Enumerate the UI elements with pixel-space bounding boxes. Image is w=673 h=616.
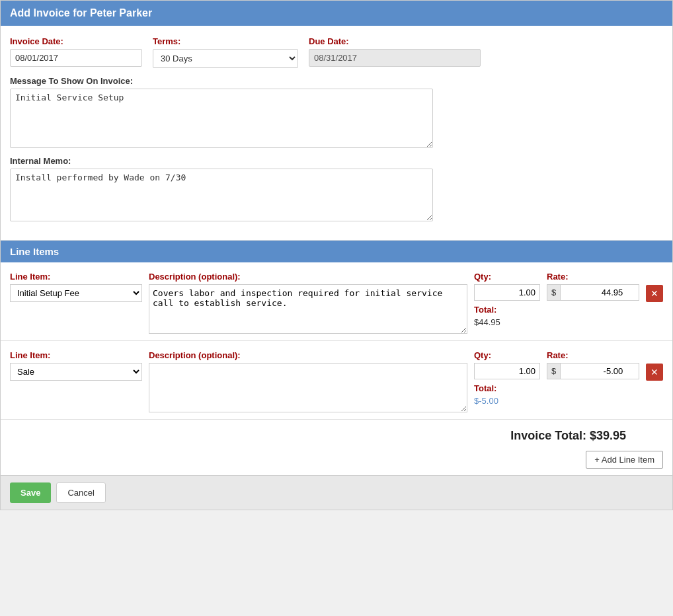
due-date-label: Due Date: — [309, 36, 481, 46]
message-textarea[interactable]: Initial Service Setup — [10, 89, 433, 148]
line-item-2-rate-label: Rate: — [547, 350, 639, 360]
date-terms-row: Invoice Date: Terms: 30 Days 15 Days Net… — [10, 36, 663, 68]
due-date-input — [309, 49, 481, 67]
line-items-header: Line Items — [1, 241, 672, 262]
line-item-2-rate-col: Rate: $ — [547, 350, 639, 379]
line-item-2-qty-label: Qty: — [474, 350, 540, 360]
line-item-1-delete-col: ✕ — [646, 272, 663, 302]
line-items-container: Line Item: Initial Setup Fee Sale Descri… — [1, 262, 672, 475]
line-item-2-rate-input-wrap: $ — [547, 363, 639, 379]
line-item-2-desc-textarea[interactable] — [149, 363, 467, 412]
line-item-1-item-col: Line Item: Initial Setup Fee Sale — [10, 272, 142, 302]
invoice-date-label: Invoice Date: — [10, 36, 142, 46]
line-item-2-total-wrap: Total: $-5.00 — [474, 383, 540, 406]
memo-group: Internal Memo: Install performed by Wade… — [10, 156, 433, 221]
line-item-row: Line Item: Sale Initial Setup Fee Descri… — [1, 341, 672, 420]
line-item-1-total-label: Total: — [474, 305, 540, 315]
line-item-2-desc-col: Description (optional): — [149, 350, 467, 412]
line-item-2-delete-col: ✕ — [646, 350, 663, 381]
memo-textarea[interactable]: Install performed by Wade on 7/30 — [10, 169, 433, 221]
line-item-1-desc-label: Description (optional): — [149, 272, 467, 282]
line-item-1-rate-input[interactable] — [561, 285, 627, 300]
line-item-1-total-value: $44.95 — [474, 317, 540, 327]
line-item-2-total-value: $-5.00 — [474, 396, 540, 406]
line-item-2-rate-input[interactable] — [561, 364, 627, 379]
line-items-title: Line Items — [10, 246, 59, 257]
line-item-2-desc-label: Description (optional): — [149, 350, 467, 360]
line-item-1-desc-col: Description (optional): Covers labor and… — [149, 272, 467, 334]
add-line-item-row: + Add Line Item — [1, 448, 672, 475]
line-item-1-qty-label: Qty: — [474, 272, 540, 282]
line-item-1-select[interactable]: Initial Setup Fee Sale — [10, 284, 142, 302]
line-item-1-rate-col: Rate: $ — [547, 272, 639, 301]
line-item-1-label: Line Item: — [10, 272, 142, 282]
message-group: Message To Show On Invoice: Initial Serv… — [10, 76, 433, 148]
memo-row: Internal Memo: Install performed by Wade… — [10, 156, 663, 221]
terms-label: Terms: — [153, 36, 298, 46]
invoice-date-group: Invoice Date: — [10, 36, 142, 68]
line-item-2-item-col: Line Item: Sale Initial Setup Fee — [10, 350, 142, 381]
line-item-1-delete-button[interactable]: ✕ — [646, 285, 663, 302]
footer-section: Save Cancel — [1, 475, 672, 510]
line-item-1-desc-textarea[interactable]: Covers labor and inspection required for… — [149, 284, 467, 334]
form-header: Add Invoice for Peter Parker — [1, 1, 672, 26]
save-button[interactable]: Save — [10, 482, 51, 503]
invoice-form: Add Invoice for Peter Parker Invoice Dat… — [0, 0, 673, 510]
line-item-2-label: Line Item: — [10, 350, 142, 360]
line-item-1-qty-input[interactable] — [474, 284, 540, 301]
message-label: Message To Show On Invoice: — [10, 76, 433, 86]
invoice-total-row: Invoice Total: $39.95 — [1, 420, 672, 448]
line-item-2-qty-input[interactable] — [474, 363, 540, 379]
line-item-1-rate-input-wrap: $ — [547, 284, 639, 301]
line-item-2-dollar-sign: $ — [547, 364, 561, 379]
memo-label: Internal Memo: — [10, 156, 433, 166]
top-form-section: Invoice Date: Terms: 30 Days 15 Days Net… — [1, 26, 672, 241]
line-item-1-rate-label: Rate: — [547, 272, 639, 282]
invoice-total-text: Invoice Total: $39.95 — [510, 429, 626, 443]
line-item-2-total-label: Total: — [474, 383, 540, 393]
line-item-2-select[interactable]: Sale Initial Setup Fee — [10, 363, 142, 381]
invoice-date-input[interactable] — [10, 49, 142, 67]
add-line-item-button[interactable]: + Add Line Item — [586, 451, 663, 469]
message-row: Message To Show On Invoice: Initial Serv… — [10, 76, 663, 148]
cancel-button[interactable]: Cancel — [56, 482, 105, 503]
line-item-1-qty-col: Qty: Total: $44.95 — [474, 272, 540, 327]
form-title: Add Invoice for Peter Parker — [10, 7, 152, 19]
terms-group: Terms: 30 Days 15 Days Net 60 Due on Rec… — [153, 36, 298, 68]
line-item-1-total-wrap: Total: $44.95 — [474, 305, 540, 327]
line-item-2-delete-button[interactable]: ✕ — [646, 364, 663, 381]
line-item-row: Line Item: Initial Setup Fee Sale Descri… — [1, 262, 672, 341]
due-date-group: Due Date: — [309, 36, 481, 68]
line-item-1-dollar-sign: $ — [547, 285, 561, 300]
terms-select[interactable]: 30 Days 15 Days Net 60 Due on Receipt — [153, 49, 298, 68]
line-item-2-qty-col: Qty: Total: $-5.00 — [474, 350, 540, 406]
